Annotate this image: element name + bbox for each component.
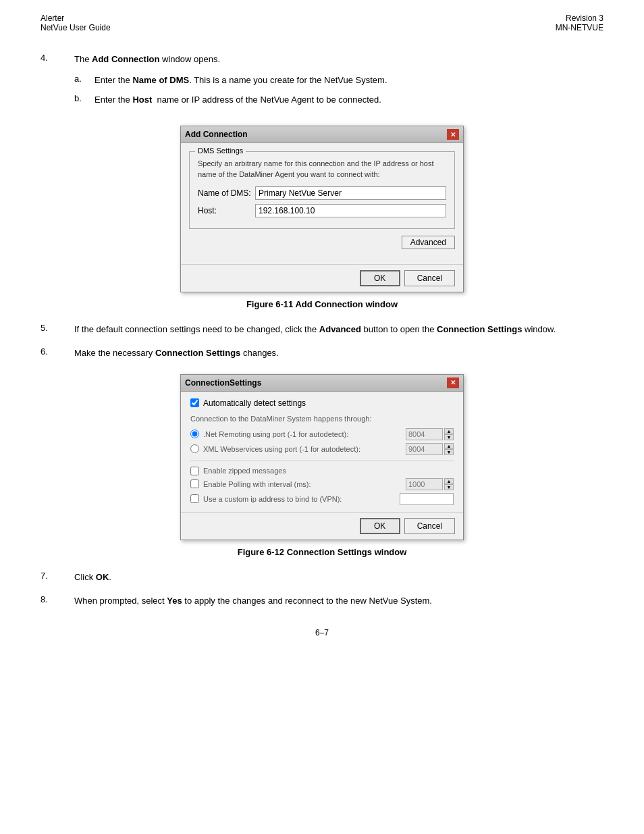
host-input[interactable]	[255, 204, 446, 217]
vpn-row: Use a custom ip address to bind to (VPN)…	[190, 493, 454, 505]
auto-detect-label: Automatically detect settings	[203, 398, 306, 408]
step-6-number: 6.	[41, 346, 74, 357]
page-number: 6–7	[315, 628, 329, 637]
enable-polling-checkbox[interactable]	[190, 479, 199, 488]
connection-settings-body: Automatically detect settings Connection…	[181, 392, 463, 512]
radio-xml-label: XML Webservices using port (-1 for autod…	[203, 445, 406, 453]
step-8: 8. When prompted, select Yes to apply th…	[41, 594, 603, 608]
connection-settings-dialog-container: ConnectionSettings ✕ Automatically detec…	[41, 374, 603, 540]
enable-zipped-checkbox[interactable]	[190, 467, 199, 475]
step-4b-letter: b.	[74, 93, 95, 103]
add-connection-body: DMS Settings Specify an arbitrary name f…	[181, 143, 463, 264]
dms-settings-title: DMS Settings	[195, 147, 246, 155]
enable-zipped-label: Enable zipped messages	[203, 467, 454, 475]
radio-net-remoting-label: .Net Remoting using port (-1 for autodet…	[203, 430, 406, 438]
radio-net-remoting[interactable]	[190, 429, 199, 438]
enable-polling-row: Enable Polling with interval (ms): ▲ ▼	[190, 478, 454, 490]
step-4b-text: Enter the Host name or IP address of the…	[95, 93, 381, 107]
port1-down-button[interactable]: ▼	[444, 434, 454, 440]
connection-settings-bold: Connection Settings	[437, 324, 522, 334]
step-4a: a. Enter the Name of DMS. This is a name…	[74, 74, 603, 88]
connection-settings-titlebar: ConnectionSettings ✕	[181, 375, 463, 392]
host-bold: Host	[132, 95, 152, 105]
vpn-checkbox[interactable]	[190, 494, 199, 503]
port1-spinner: ▲ ▼	[444, 428, 454, 440]
figure-11-caption: Figure 6-11 Add Connection window	[41, 299, 603, 309]
step-4a-letter: a.	[74, 74, 95, 84]
header-revision: Revision 3	[556, 14, 603, 23]
port2-spinner: ▲ ▼	[444, 443, 454, 455]
vpn-input[interactable]	[400, 493, 454, 505]
port2-row: ▲ ▼	[406, 443, 454, 455]
header-right: Revision 3 MN-NETVUE	[556, 14, 603, 32]
advanced-row: Advanced	[189, 236, 455, 249]
radio-xml[interactable]	[190, 444, 199, 453]
step-7-number: 7.	[41, 571, 74, 581]
connection-settings-ok-button[interactable]: OK	[360, 518, 400, 534]
header-subtitle: NetVue User Guide	[41, 23, 111, 32]
advanced-button[interactable]: Advanced	[402, 236, 455, 249]
connection-settings-title: ConnectionSettings	[185, 378, 261, 388]
step-6: 6. Make the necessary Connection Setting…	[41, 346, 603, 361]
name-of-dms-bold: Name of DMS	[132, 75, 189, 85]
header-left: Alerter NetVue User Guide	[41, 14, 111, 32]
page-footer: 6–7	[41, 628, 603, 637]
add-connection-titlebar: Add Connection ✕	[181, 126, 463, 143]
step-7: 7. Click OK.	[41, 571, 603, 585]
connection-settings-footer: OK Cancel	[181, 512, 463, 540]
step-4-number: 4.	[41, 53, 74, 63]
step-4-text: The Add Connection window opens.	[74, 53, 603, 67]
step-4b: b. Enter the Host name or IP address of …	[74, 93, 603, 107]
step-5-number: 5.	[41, 323, 74, 333]
auto-detect-row: Automatically detect settings	[190, 398, 454, 408]
host-row: Host:	[198, 204, 446, 217]
ok-bold: OK	[96, 572, 109, 582]
yes-bold: Yes	[167, 596, 182, 606]
step-7-content: Click OK.	[74, 571, 603, 585]
add-connection-close-button[interactable]: ✕	[447, 129, 459, 140]
add-connection-dialog-container: Add Connection ✕ DMS Settings Specify an…	[41, 126, 603, 292]
add-connection-ok-button[interactable]: OK	[360, 270, 400, 286]
connection-settings-close-button[interactable]: ✕	[447, 377, 459, 388]
step-5-content: If the default connection settings need …	[74, 323, 603, 337]
vpn-label: Use a custom ip address to bind to (VPN)…	[203, 495, 400, 503]
step-8-number: 8.	[41, 594, 74, 604]
connection-settings-dialog: ConnectionSettings ✕ Automatically detec…	[180, 374, 464, 540]
polling-input[interactable]	[406, 478, 443, 490]
step-8-content: When prompted, select Yes to apply the c…	[74, 594, 603, 608]
connection-settings-bold-2: Connection Settings	[155, 348, 240, 358]
dms-settings-desc: Specify an arbitrary name for this conne…	[198, 159, 446, 180]
add-connection-footer: OK Cancel	[181, 264, 463, 292]
step-5: 5. If the default connection settings ne…	[41, 323, 603, 337]
connection-settings-cancel-button[interactable]: Cancel	[404, 518, 455, 534]
polling-down-button[interactable]: ▼	[444, 484, 454, 490]
polling-spinner: ▲ ▼	[444, 478, 454, 490]
header-title: Alerter	[41, 14, 111, 23]
step-4-content: The Add Connection window opens. a. Ente…	[74, 53, 603, 112]
polling-up-button[interactable]: ▲	[444, 478, 454, 484]
add-connection-dialog: Add Connection ✕ DMS Settings Specify an…	[180, 126, 464, 292]
dms-settings-group: DMS Settings Specify an arbitrary name f…	[189, 151, 455, 229]
figure-12-caption: Figure 6-12 Connection Settings window	[41, 547, 603, 557]
port2-up-button[interactable]: ▲	[444, 443, 454, 449]
add-connection-bold: Add Connection	[92, 54, 159, 64]
port1-up-button[interactable]: ▲	[444, 428, 454, 434]
step-6-content: Make the necessary Connection Settings c…	[74, 346, 603, 361]
port2-down-button[interactable]: ▼	[444, 449, 454, 455]
auto-detect-checkbox[interactable]	[190, 398, 199, 407]
name-of-dms-label: Name of DMS:	[198, 188, 255, 198]
header-docid: MN-NETVUE	[556, 23, 603, 32]
enable-zipped-row: Enable zipped messages	[190, 467, 454, 475]
radio-xml-row: XML Webservices using port (-1 for autod…	[190, 443, 454, 455]
port1-row: ▲ ▼	[406, 428, 454, 440]
add-connection-title: Add Connection	[185, 130, 248, 139]
advanced-bold: Advanced	[319, 324, 361, 334]
port2-input[interactable]	[406, 443, 443, 455]
host-label: Host:	[198, 206, 255, 215]
add-connection-cancel-button[interactable]: Cancel	[404, 270, 455, 286]
page-header: Alerter NetVue User Guide Revision 3 MN-…	[41, 14, 603, 32]
enable-polling-label: Enable Polling with interval (ms):	[203, 480, 406, 488]
port1-input[interactable]	[406, 428, 443, 440]
polling-input-row: ▲ ▼	[406, 478, 454, 490]
name-of-dms-input[interactable]	[255, 186, 446, 200]
